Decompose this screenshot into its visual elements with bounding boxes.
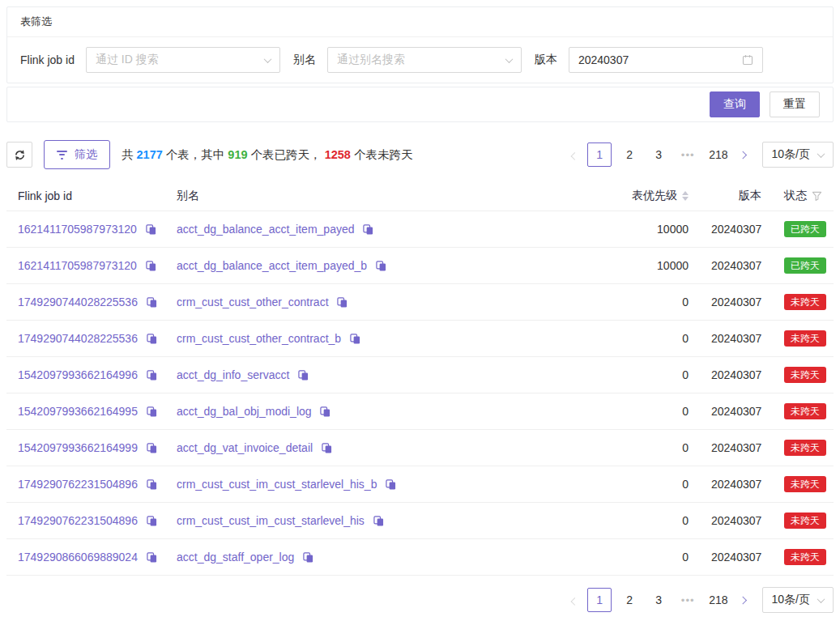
- copy-icon[interactable]: [350, 334, 360, 344]
- copy-icon[interactable]: [146, 261, 156, 271]
- copy-icon[interactable]: [322, 443, 332, 453]
- copy-icon[interactable]: [298, 370, 309, 381]
- table-header-row: Flink job id 别名 表优先级 版本 状态: [6, 181, 834, 211]
- status-badge: 未跨天: [784, 476, 826, 492]
- page-item-218[interactable]: 218: [706, 588, 731, 612]
- page-item-1[interactable]: 1: [587, 588, 612, 612]
- page-item-3[interactable]: 3: [647, 588, 670, 612]
- alias-link[interactable]: acct_dg_balance_acct_item_payed: [177, 223, 355, 236]
- footer: 123•••21810条/页: [6, 587, 834, 613]
- flink-job-id-link[interactable]: 1749290744028225536: [18, 296, 138, 308]
- alias-select[interactable]: 通过别名搜索: [327, 47, 522, 73]
- actions-card: 查询 重置: [6, 87, 834, 122]
- flink-job-id-link[interactable]: 1749290744028225536: [18, 332, 138, 345]
- table-summary: 共 2177 个表，其中 919 个表已跨天， 1258 个表未跨天: [122, 147, 412, 163]
- version-cell: 20240307: [700, 393, 773, 430]
- flink-job-id-link[interactable]: 1542097993662164995: [18, 405, 138, 418]
- alias-link[interactable]: acct_dg_bal_obj_modi_log: [177, 405, 312, 418]
- copy-icon[interactable]: [303, 552, 313, 563]
- chevron-down-icon: [505, 55, 513, 63]
- copy-icon[interactable]: [373, 516, 384, 526]
- table-row: 1749290762231504896 crm_cust_cust_im_cus…: [6, 466, 834, 503]
- version-cell: 20240307: [700, 430, 773, 466]
- uncrossed-count: 1258: [325, 148, 351, 161]
- priority-cell: 0: [570, 430, 700, 466]
- sync-icon: [14, 149, 26, 161]
- flink-job-id-link[interactable]: 1542097993662164999: [18, 441, 138, 454]
- flink-job-id-link[interactable]: 1749290762231504896: [18, 478, 138, 491]
- copy-icon[interactable]: [147, 334, 157, 344]
- status-badge: 未跨天: [784, 367, 826, 383]
- table-wrap: Flink job id 别名 表优先级 版本 状态: [6, 181, 834, 576]
- query-button[interactable]: 查询: [710, 91, 760, 117]
- flink-job-id-link[interactable]: 1621411705987973120: [18, 223, 137, 236]
- version-cell: 20240307: [700, 503, 773, 539]
- alias-link[interactable]: crm_cust_cust_im_cust_starlevel_his: [177, 514, 365, 527]
- copy-icon[interactable]: [320, 406, 330, 417]
- table-row: 1749290866069889024 acct_dg_staff_oper_l…: [6, 539, 834, 576]
- copy-icon[interactable]: [386, 479, 396, 490]
- page-size-label: 10条/页: [772, 593, 810, 607]
- next-page-button[interactable]: [735, 588, 754, 612]
- copy-icon[interactable]: [147, 297, 157, 308]
- alias-link[interactable]: acct_dg_vat_invoice_detail: [177, 441, 313, 454]
- filter-toggle-button[interactable]: 筛选: [44, 140, 110, 169]
- alias-link[interactable]: crm_cust_cust_other_contract: [177, 296, 329, 308]
- funnel-filter-icon[interactable]: [812, 191, 822, 202]
- page-item-2[interactable]: 2: [618, 142, 641, 167]
- priority-cell: 0: [570, 321, 700, 357]
- col-header-flink-job-id: Flink job id: [6, 181, 165, 211]
- page-size-select[interactable]: 10条/页: [762, 142, 834, 168]
- page-item-218[interactable]: 218: [706, 142, 731, 167]
- priority-cell: 0: [570, 539, 700, 576]
- flink-job-id-link[interactable]: 1621411705987973120: [18, 259, 137, 272]
- alias-link[interactable]: crm_cust_cust_other_contract_b: [177, 332, 341, 345]
- copy-icon[interactable]: [147, 370, 157, 381]
- field-alias: 别名 通过别名搜索: [293, 47, 522, 73]
- col-header-priority[interactable]: 表优先级: [570, 181, 700, 211]
- version-cell: 20240307: [700, 321, 773, 357]
- refresh-button[interactable]: [6, 142, 32, 168]
- flink-job-id-link[interactable]: 1749290762231504896: [18, 514, 138, 527]
- page-size-select[interactable]: 10条/页: [762, 587, 834, 613]
- reset-button[interactable]: 重置: [770, 91, 820, 117]
- flink-job-id-link[interactable]: 1542097993662164996: [18, 368, 138, 381]
- alias-link[interactable]: acct_dg_info_servacct: [177, 368, 289, 381]
- alias-link[interactable]: acct_dg_staff_oper_log: [177, 551, 294, 564]
- alias-link[interactable]: acct_dg_balance_acct_item_payed_b: [177, 259, 367, 272]
- pagination-bottom: 123•••21810条/页: [565, 587, 834, 613]
- copy-icon[interactable]: [147, 443, 157, 453]
- pagination-top: 123•••21810条/页: [565, 142, 834, 168]
- flink-job-id-link[interactable]: 1749290866069889024: [18, 551, 138, 564]
- table-row: 1749290744028225536 crm_cust_cust_other_…: [6, 284, 834, 321]
- version-cell: 20240307: [700, 211, 773, 248]
- version-date-input[interactable]: 20240307: [569, 47, 763, 73]
- table-row: 1621411705987973120 acct_dg_balance_acct…: [6, 211, 834, 248]
- page-item-3[interactable]: 3: [647, 142, 670, 167]
- copy-icon[interactable]: [147, 479, 157, 490]
- next-page-button[interactable]: [735, 142, 754, 167]
- copy-icon[interactable]: [147, 552, 157, 563]
- status-badge: 未跨天: [784, 330, 826, 347]
- copy-icon[interactable]: [376, 261, 386, 271]
- page-ellipsis: •••: [676, 142, 699, 167]
- alias-link[interactable]: crm_cust_cust_im_cust_starlevel_his_b: [177, 478, 377, 491]
- priority-cell: 10000: [570, 211, 700, 248]
- table-row: 1749290762231504896 crm_cust_cust_im_cus…: [6, 503, 834, 539]
- table-row: 1542097993662164996 acct_dg_info_servacc…: [6, 357, 834, 393]
- copy-icon[interactable]: [146, 224, 156, 235]
- status-badge: 未跨天: [784, 403, 826, 419]
- tables-table: Flink job id 别名 表优先级 版本 状态: [6, 181, 834, 576]
- page-item-1[interactable]: 1: [587, 142, 612, 167]
- priority-cell: 10000: [570, 248, 700, 284]
- copy-icon[interactable]: [363, 224, 373, 235]
- copy-icon[interactable]: [337, 297, 348, 308]
- flink-job-id-select[interactable]: 通过 ID 搜索: [86, 47, 280, 73]
- toolbar: 筛选 共 2177 个表，其中 919 个表已跨天， 1258 个表未跨天 12…: [6, 140, 834, 169]
- col-header-status: 状态: [773, 181, 834, 211]
- sorter-icon[interactable]: [682, 191, 689, 201]
- copy-icon[interactable]: [147, 516, 157, 526]
- copy-icon[interactable]: [147, 406, 157, 417]
- version-cell: 20240307: [700, 284, 773, 321]
- page-item-2[interactable]: 2: [618, 588, 641, 612]
